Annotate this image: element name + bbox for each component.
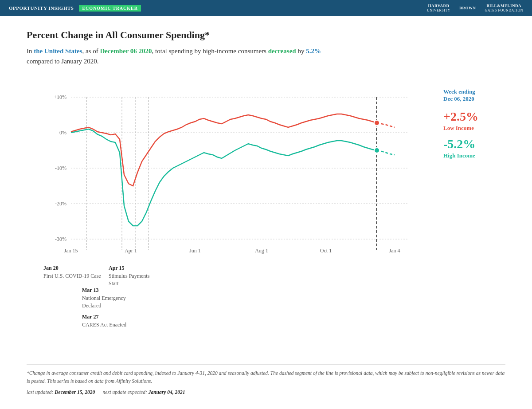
legend-low-item: +2.5% Low Income [443, 110, 505, 132]
next-update-label: next update expected: [103, 389, 147, 395]
annotation-apr15: Apr 15 Stimulus Payments Start [109, 265, 149, 287]
brown-logo: BROWN [459, 6, 476, 11]
header-left: OPPORTUNITY INSIGHTS ECONOMIC TRACKER [9, 5, 141, 12]
opportunity-insights-logo: OPPORTUNITY INSIGHTS [9, 5, 74, 11]
main-content: Percent Change in All Consumer Spending*… [0, 16, 532, 405]
svg-text:Aug 1: Aug 1 [255, 248, 268, 254]
legend-high-label: High Income [443, 152, 505, 159]
page-title: Percent Change in All Consumer Spending* [27, 29, 505, 41]
chart-legend: Week ending Dec 06, 2020 +2.5% Low Incom… [434, 75, 505, 261]
svg-point-22 [374, 148, 379, 153]
subtitle: In the United States, as of December 06 … [27, 46, 505, 66]
update-line: last updated: December 15, 2020 next upd… [27, 388, 505, 396]
chart-svg: +10% 0% -10% -20% -30% Jan 15 Apr 1 Jun … [27, 75, 434, 261]
svg-text:Jan 15: Jan 15 [64, 248, 78, 254]
annotation-jan20: Jan 20 First U.S. COVID-19 Case [43, 265, 101, 280]
svg-text:Jan 4: Jan 4 [389, 248, 400, 254]
chart-area: +10% 0% -10% -20% -30% Jan 15 Apr 1 Jun … [27, 75, 434, 261]
svg-text:-10%: -10% [55, 165, 66, 171]
last-updated-label: last updated: [27, 389, 53, 395]
legend-high-value: -5.2% [443, 137, 505, 151]
legend-week: Week ending Dec 06, 2020 [443, 88, 505, 102]
header-right: HARVARDUNIVERSITY BROWN BILL&MELINDAGATE… [427, 4, 523, 12]
svg-text:0%: 0% [59, 130, 66, 136]
svg-text:Jun 1: Jun 1 [189, 248, 201, 254]
chart-container: +10% 0% -10% -20% -30% Jan 15 Apr 1 Jun … [27, 75, 505, 261]
harvard-logo: HARVARDUNIVERSITY [427, 4, 450, 12]
legend-high-item: -5.2% High Income [443, 137, 505, 159]
direction-label: decreased [268, 47, 296, 55]
svg-text:-20%: -20% [55, 201, 66, 207]
footnote: *Change in average consumer credit and d… [27, 364, 505, 396]
annotation-mar13: Mar 13 National Emergency Declared [82, 287, 126, 310]
legend-low-value: +2.5% [443, 110, 505, 124]
annotation-mar27: Mar 27 CARES Act Enacted [82, 314, 126, 329]
legend-low-label: Low Income [443, 125, 505, 132]
location-link[interactable]: the United States [34, 47, 82, 55]
svg-text:+10%: +10% [54, 94, 66, 100]
reference-date: December 06 2020 [100, 47, 152, 55]
svg-text:Apr 1: Apr 1 [125, 248, 137, 254]
header-bar: OPPORTUNITY INSIGHTS ECONOMIC TRACKER HA… [0, 0, 532, 16]
svg-text:Oct 1: Oct 1 [320, 248, 332, 254]
footnote-text: *Change in average consumer credit and d… [27, 370, 505, 384]
svg-text:-30%: -30% [55, 236, 66, 242]
last-updated-date: December 15, 2020 [55, 389, 95, 395]
pct-value: 5.2% [306, 47, 321, 55]
economic-tracker-badge: ECONOMIC TRACKER [79, 5, 141, 12]
svg-point-21 [374, 120, 379, 126]
annotations-section: Jan 20 First U.S. COVID-19 Case Mar 13 N… [27, 265, 505, 354]
gates-logo: BILL&MELINDAGATES foundation [485, 4, 523, 12]
next-update-date: January 04, 2021 [149, 389, 185, 395]
